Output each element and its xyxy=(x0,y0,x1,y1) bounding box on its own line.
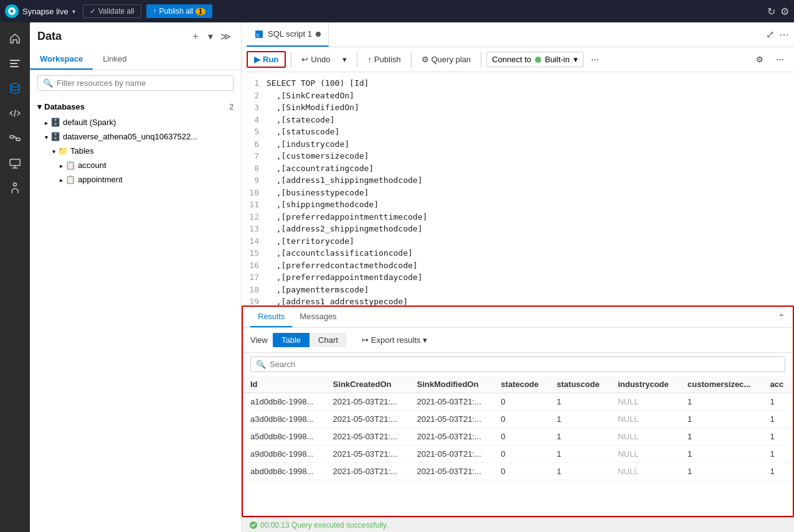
export-icon: ↦ xyxy=(362,335,369,345)
table-row: a3d0db8c-1998...2021-05-03T21:...2021-05… xyxy=(243,411,793,428)
results-search-box: 🔍 xyxy=(250,357,785,372)
table-cell: 2021-05-03T21:... xyxy=(326,446,410,463)
sidebar-tabs: Workspace Linked xyxy=(30,49,241,70)
table-cell: 1 xyxy=(680,393,763,411)
code-line: 13 ,[address2_shippingmethodcode] xyxy=(242,223,794,235)
close-sidebar-button[interactable]: ≫ xyxy=(218,29,234,44)
table-cell: 1 xyxy=(680,463,763,480)
validate-icon: ✓ xyxy=(90,7,96,16)
brand-chevron[interactable]: ▾ xyxy=(72,8,75,15)
table-row: a5d0db8c-1998...2021-05-03T21:...2021-05… xyxy=(243,428,793,446)
search-nav-icon[interactable] xyxy=(4,52,26,75)
line-code: ,[SinkModifiedOn] xyxy=(267,101,359,114)
dataverse-db-chevron xyxy=(45,132,48,141)
line-code: ,[statuscode] xyxy=(267,126,339,138)
line-code: ,[businesstypecode] xyxy=(267,187,369,199)
table-cell: 1 xyxy=(763,411,793,428)
collapse-sidebar-button[interactable]: ▾ xyxy=(206,29,215,44)
table-cell: 1 xyxy=(763,428,793,446)
validate-all-button[interactable]: ✓ Validate all xyxy=(83,4,141,18)
code-line: 12 ,[preferredappointmenttimecode] xyxy=(242,211,794,223)
filter-search-icon: 🔍 xyxy=(43,78,53,88)
integrate-nav-icon[interactable] xyxy=(4,127,26,149)
default-db-chevron xyxy=(45,118,48,127)
run-button[interactable]: ▶ Run xyxy=(247,51,286,68)
results-table: IdSinkCreatedOnSinkModifiedOnstatecodest… xyxy=(243,376,793,516)
table-view-button[interactable]: Table xyxy=(273,333,310,347)
code-line: 17 ,[preferredappointmentdaycode] xyxy=(242,271,794,284)
appointment-label: appointment xyxy=(78,175,123,184)
more-options-toolbar-button[interactable]: ⋯ xyxy=(771,52,789,67)
code-editor[interactable]: 1SELECT TOP (100) [Id]2 ,[SinkCreatedOn]… xyxy=(242,72,794,306)
query-plan-button[interactable]: ⚙ Query plan xyxy=(417,52,476,67)
account-chevron xyxy=(60,161,63,170)
appointment-table-node: 📋 appointment xyxy=(52,172,234,187)
line-number: 13 xyxy=(242,223,267,235)
line-number: 10 xyxy=(242,187,267,199)
table-cell: 2021-05-03T21:... xyxy=(409,411,493,428)
table-cell: 2021-05-03T21:... xyxy=(409,428,493,446)
code-line: 18 ,[paymenttermscode] xyxy=(242,284,794,296)
more-tab-options-button[interactable]: ⋯ xyxy=(779,29,789,40)
collapse-results-button[interactable]: ⌃ xyxy=(778,312,785,322)
column-header: statecode xyxy=(493,376,549,393)
tables-folder-item[interactable]: 📁 Tables xyxy=(52,144,234,158)
export-results-button[interactable]: ↦ Export results ▾ xyxy=(362,335,427,345)
sql-script-tab[interactable]: S SQL script 1 xyxy=(247,22,329,47)
tab-linked[interactable]: Linked xyxy=(93,49,136,70)
line-code: ,[SinkCreatedOn] xyxy=(267,90,354,102)
svg-rect-7 xyxy=(10,159,20,166)
table-cell: 0 xyxy=(493,446,549,463)
chart-view-button[interactable]: Chart xyxy=(310,333,347,347)
line-number: 3 xyxy=(242,101,267,114)
filter-toolbar-button[interactable]: ⚙ xyxy=(751,52,768,67)
manage-nav-icon[interactable] xyxy=(4,177,26,199)
undo-dropdown-button[interactable]: ▾ xyxy=(338,52,352,67)
line-number: 16 xyxy=(242,259,267,272)
filter-resources-input[interactable] xyxy=(57,78,228,88)
data-nav-icon[interactable] xyxy=(4,77,26,100)
monitor-nav-icon[interactable] xyxy=(4,152,26,174)
line-number: 5 xyxy=(242,126,267,138)
publish-all-button[interactable]: ↑ Publish all 1 xyxy=(146,4,212,18)
databases-count: 2 xyxy=(229,103,234,111)
code-line: 15 ,[accountclassificationcode] xyxy=(242,247,794,259)
toolbar-divider-4 xyxy=(481,52,481,67)
status-bar: 00:00:13 Query executed successfully. xyxy=(242,517,794,532)
database-default-item[interactable]: 🗄️ default (Spark) xyxy=(45,115,234,129)
messages-tab[interactable]: Messages xyxy=(292,307,344,327)
appointment-table-item[interactable]: 📋 appointment xyxy=(60,172,234,187)
publish-button[interactable]: ↑ Publish xyxy=(362,52,405,67)
line-number: 4 xyxy=(242,114,267,126)
connect-to-section[interactable]: Connect to Built-in ▾ xyxy=(486,52,584,67)
more-toolbar-button[interactable]: ⋯ xyxy=(586,52,604,67)
code-line: 8 ,[accountratingcode] xyxy=(242,162,794,175)
maximize-editor-button[interactable]: ⤢ xyxy=(766,29,774,40)
undo-button[interactable]: ↩ Undo xyxy=(296,52,335,67)
sidebar-search: 🔍 xyxy=(30,70,241,96)
results-search-input[interactable] xyxy=(270,360,780,369)
tables-folder-chevron xyxy=(52,146,55,156)
line-number: 14 xyxy=(242,235,267,248)
develop-nav-icon[interactable] xyxy=(4,102,26,124)
database-dataverse-item[interactable]: 🗄️ dataverse_athena05_unq10637522... xyxy=(45,129,234,144)
tab-workspace[interactable]: Workspace xyxy=(30,49,93,70)
publish-badge: 1 xyxy=(196,8,206,15)
code-line: 16 ,[preferredcontactmethodcode] xyxy=(242,259,794,272)
table-cell: 1 xyxy=(549,411,610,428)
refresh-icon[interactable]: ↻ xyxy=(767,6,775,17)
default-db-label: default (Spark) xyxy=(63,118,116,127)
database-dataverse-node: 🗄️ dataverse_athena05_unq10637522... 📁 T… xyxy=(37,129,234,187)
home-icon[interactable] xyxy=(4,27,26,50)
table-cell: 0 xyxy=(493,428,549,446)
add-resource-button[interactable]: ＋ xyxy=(188,29,203,44)
line-number: 7 xyxy=(242,150,267,162)
results-tab[interactable]: Results xyxy=(250,307,292,327)
settings-icon[interactable]: ⚙ xyxy=(780,6,789,17)
account-table-item[interactable]: 📋 account xyxy=(60,158,234,172)
databases-header[interactable]: Databases 2 xyxy=(37,98,234,115)
connect-status-dot xyxy=(535,57,541,63)
table-cell: 1 xyxy=(680,411,763,428)
database-icon: 🗄️ xyxy=(50,118,60,127)
table-cell: 2021-05-03T21:... xyxy=(326,393,410,411)
